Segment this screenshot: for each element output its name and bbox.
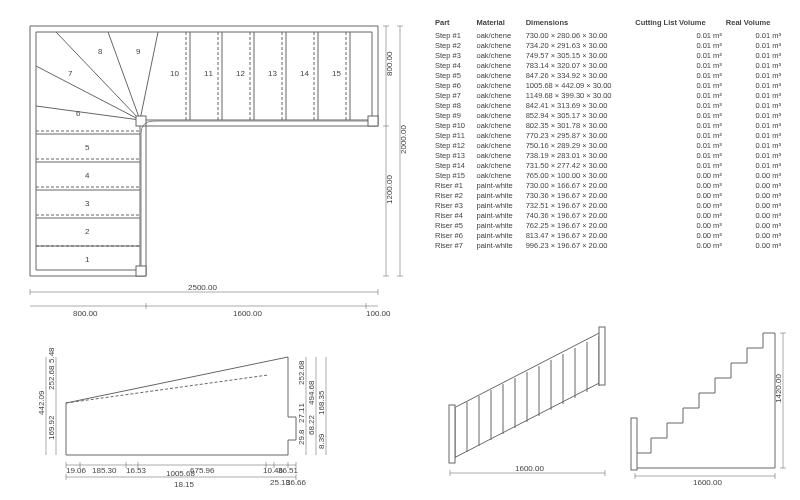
side-height: 1420.00 [774, 374, 783, 403]
dim-seg-0: 800.00 [73, 309, 98, 318]
svg-text:6: 6 [76, 109, 81, 118]
table-row: Riser #4paint-white740.36 × 196.67 × 20.… [435, 211, 785, 221]
detail-view: 19.06 185.30 16.53 675.96 10.46 36.51 25… [18, 345, 348, 490]
dim-top-height: 800.00 [385, 51, 394, 76]
table-row: Riser #2paint-white730.36 × 196.67 × 20.… [435, 191, 785, 201]
svg-text:3: 3 [85, 199, 90, 208]
dim-seg-1: 1600.00 [233, 309, 262, 318]
svg-text:14: 14 [300, 69, 309, 78]
svg-line-61 [66, 375, 268, 403]
svg-text:10: 10 [170, 69, 179, 78]
table-row: Step #2oak/chene734.20 × 291.63 × 30.000… [435, 41, 785, 51]
svg-text:169.92: 169.92 [47, 415, 56, 440]
dim-total-width: 2500.00 [188, 283, 217, 292]
parts-table: PartMaterialDimensionsCutting List Volum… [435, 18, 785, 251]
svg-line-11 [36, 66, 140, 120]
table-row: Step #7oak/chene1149.68 × 399.30 × 30.00… [435, 91, 785, 101]
svg-text:252.68: 252.68 [297, 360, 306, 385]
svg-text:68.22: 68.22 [307, 414, 316, 435]
svg-text:36.66: 36.66 [286, 478, 307, 487]
svg-text:18.15: 18.15 [174, 480, 195, 489]
svg-line-13 [108, 32, 140, 120]
svg-text:168.35: 168.35 [317, 390, 326, 415]
svg-text:7: 7 [68, 69, 73, 78]
front-width: 1600.00 [515, 464, 544, 473]
svg-text:16.53: 16.53 [126, 466, 147, 475]
svg-text:19.06: 19.06 [66, 466, 87, 475]
table-row: Step #5oak/chene847.26 × 334.92 × 30.000… [435, 71, 785, 81]
table-row: Step #11oak/chene770.23 × 295.87 × 30.00… [435, 131, 785, 141]
svg-text:36.51: 36.51 [278, 466, 299, 475]
svg-text:12: 12 [236, 69, 245, 78]
col-header: Cutting List Volume [635, 18, 726, 31]
svg-line-10 [36, 106, 140, 120]
svg-rect-115 [599, 327, 605, 385]
table-row: Step #4oak/chene783.14 × 320.07 × 30.000… [435, 61, 785, 71]
col-header: Dimensions [526, 18, 636, 31]
table-row: Step #1oak/chene730.00 × 280.06 × 30.000… [435, 31, 785, 41]
table-row: Step #15oak/chene765.00 × 100.00 × 30.00… [435, 171, 785, 181]
table-row: Riser #1paint-white730.00 × 166.67 × 20.… [435, 181, 785, 191]
svg-rect-114 [449, 405, 455, 463]
table-row: Step #9oak/chene852.94 × 305.17 × 30.000… [435, 111, 785, 121]
table-row: Step #8oak/chene842.41 × 313.69 × 30.000… [435, 101, 785, 111]
svg-text:494.68: 494.68 [307, 380, 316, 405]
dim-bottom-height: 1200.00 [385, 175, 394, 204]
svg-text:29.8: 29.8 [297, 429, 306, 445]
dim-seg-2: 100.00 [366, 309, 391, 318]
dim-total-height: 2000.00 [399, 125, 408, 154]
table-row: Step #10oak/chene802.35 × 301.78 × 30.00… [435, 121, 785, 131]
svg-text:9: 9 [136, 47, 141, 56]
svg-text:442.09: 442.09 [37, 390, 46, 415]
svg-rect-119 [631, 418, 637, 470]
svg-rect-29 [368, 116, 378, 126]
svg-text:1: 1 [85, 255, 90, 264]
table-row: Riser #3paint-white732.51 × 196.67 × 20.… [435, 201, 785, 211]
svg-text:11: 11 [204, 69, 213, 78]
col-header: Material [477, 18, 526, 31]
table-row: Step #3oak/chene749.57 × 305.15 × 30.000… [435, 51, 785, 61]
col-header: Part [435, 18, 477, 31]
table-row: Step #14oak/chene731.50 × 277.42 × 30.00… [435, 161, 785, 171]
svg-text:13: 13 [268, 69, 277, 78]
svg-line-14 [140, 32, 158, 120]
plan-view: 123 456 789 101112 131415 800.00 2000.00… [18, 14, 413, 334]
col-header: Real Volume [726, 18, 785, 31]
svg-text:27.11: 27.11 [297, 402, 306, 423]
table-row: Step #13oak/chene738.19 × 283.01 × 30.00… [435, 151, 785, 161]
svg-text:4: 4 [85, 171, 90, 180]
svg-text:15: 15 [332, 69, 341, 78]
svg-text:5.48: 5.48 [47, 347, 56, 363]
svg-text:185.30: 185.30 [92, 466, 117, 475]
svg-text:5: 5 [85, 143, 90, 152]
table-row: Step #6oak/chene1005.68 × 442.09 × 30.00… [435, 81, 785, 91]
table-row: Step #12oak/chene750.16 × 289.29 × 30.00… [435, 141, 785, 151]
svg-text:252.68: 252.68 [47, 365, 56, 390]
table-row: Riser #6paint-white813.47 × 196.67 × 20.… [435, 231, 785, 241]
front-elevation: 1600.00 [435, 325, 620, 485]
side-stringer: 1420.00 1600.00 [625, 318, 790, 488]
svg-rect-28 [136, 266, 146, 276]
svg-text:2: 2 [85, 227, 90, 236]
svg-text:8.39: 8.39 [317, 433, 326, 449]
svg-text:8: 8 [98, 47, 103, 56]
table-row: Riser #5paint-white762.25 × 196.67 × 20.… [435, 221, 785, 231]
detail-width: 1005.68 [166, 469, 195, 478]
svg-text:1600.00: 1600.00 [693, 478, 722, 487]
table-row: Riser #7paint-white996.23 × 196.67 × 20.… [435, 241, 785, 251]
